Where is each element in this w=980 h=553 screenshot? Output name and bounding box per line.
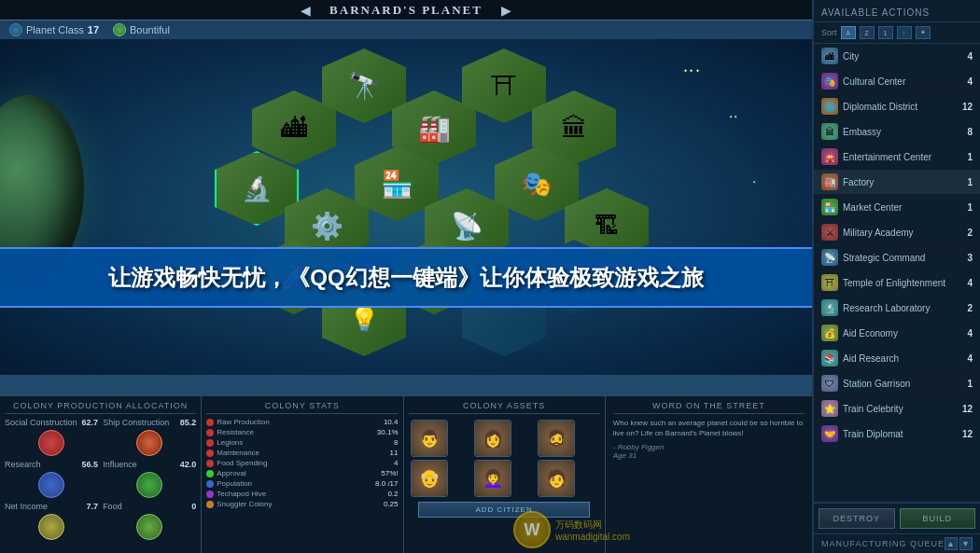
sort-btn-2[interactable]: Z xyxy=(860,26,875,39)
influence-value: 42.0 xyxy=(180,460,197,469)
action-item[interactable]: 🛡 Station Garrison 1 xyxy=(814,371,980,396)
colony-stat-value: 4 xyxy=(394,459,398,467)
words-section: Word on the Street Who knew such an aver… xyxy=(606,396,812,553)
watermark-logo: W xyxy=(513,511,551,548)
action-item[interactable]: ⛩ Temple of Enlightenment 4 xyxy=(814,270,980,296)
game-area: ◀ Barnard's Planet ▶ Planet Class 17 Bou… xyxy=(0,0,812,553)
social-construction-icon xyxy=(38,430,64,456)
build-button[interactable]: Build xyxy=(900,508,976,529)
action-icon: 📚 xyxy=(821,350,838,366)
action-item[interactable]: 🌐 Diplomatic District 12 xyxy=(814,94,980,119)
citizen-portrait-3[interactable]: 🧔 xyxy=(538,420,575,457)
colony-stat-row: Techapod Hive 0.2 xyxy=(206,490,398,498)
action-icon: ⚔ xyxy=(821,224,838,241)
action-item[interactable]: 📚 Aid Research 4 xyxy=(814,346,980,371)
citizen-portrait-2[interactable]: 👩 xyxy=(474,420,511,457)
planet-class-value: 17 xyxy=(88,24,99,35)
social-construction-label: Social Construction xyxy=(5,418,77,427)
sort-btn-5[interactable]: ✦ xyxy=(916,26,931,39)
watermark-text1: 万码数码网 xyxy=(555,518,630,532)
citizen-portrait-6[interactable]: 🧑 xyxy=(538,460,575,497)
action-icon: 📡 xyxy=(821,249,838,266)
action-item[interactable]: 💰 Aid Economy 4 xyxy=(814,321,980,346)
overlay-text: 让游戏畅快无忧，《QQ幻想一键端》让你体验极致游戏之旅 xyxy=(108,263,703,293)
action-count: 1 xyxy=(959,379,973,389)
citizen-portrait-1[interactable]: 👨 xyxy=(411,420,448,457)
colony-stat-value: 11 xyxy=(390,449,399,457)
action-item[interactable]: 🎭 Cultural Center 4 xyxy=(814,69,980,94)
action-icon: 🔬 xyxy=(821,299,838,316)
words-title: Word on the Street xyxy=(613,401,805,414)
action-icon: ⭐ xyxy=(821,400,838,417)
colony-dot xyxy=(206,470,214,477)
words-by: - Robby Figgen xyxy=(613,443,805,451)
action-count: 1 xyxy=(959,177,973,187)
action-count: 4 xyxy=(959,278,973,288)
sort-btn-3[interactable]: 1 xyxy=(878,26,893,39)
citizen-portrait-4[interactable]: 👴 xyxy=(411,460,448,497)
net-income-icon xyxy=(38,514,64,540)
words-text: Who knew such an average planet could be… xyxy=(613,418,805,438)
queue-arrow-up[interactable]: ▲ xyxy=(945,537,958,550)
sort-btn-4[interactable]: ↑ xyxy=(897,26,912,39)
sort-btn-1[interactable]: A xyxy=(841,26,856,39)
action-item[interactable]: 🏭 Factory 1 xyxy=(814,170,980,195)
action-count: 4 xyxy=(959,328,973,339)
action-item[interactable]: 🏙 City 4 xyxy=(814,44,980,69)
colony-stat-label: Techapod Hive xyxy=(217,490,385,498)
queue-arrow-down[interactable]: ▼ xyxy=(959,537,973,550)
planet-bountiful-badge: Bountiful xyxy=(113,23,170,36)
colony-stats-list: Raw Production 10.4 Resistance 30.1% Leg… xyxy=(206,418,398,508)
colony-dot xyxy=(206,480,214,488)
action-icon: 🌐 xyxy=(821,98,838,115)
bottom-panel: Colony Production Allocation Social Cons… xyxy=(0,394,812,553)
action-count: 2 xyxy=(959,303,973,313)
planet-class-label: Planet Class xyxy=(26,24,84,35)
action-icon: 🏪 xyxy=(821,199,838,215)
action-item[interactable]: 📡 Strategic Command 3 xyxy=(814,245,980,270)
action-icon: 🎭 xyxy=(821,73,838,90)
citizen-portrait-5[interactable]: 👩‍🦱 xyxy=(474,460,511,497)
action-item[interactable]: 🏪 Market Center 1 xyxy=(814,195,980,220)
action-buttons: Destroy Build xyxy=(814,502,980,533)
food-label: Food xyxy=(103,502,122,511)
action-item[interactable]: ⭐ Train Celebrity 12 xyxy=(814,396,980,422)
action-name: City xyxy=(843,51,959,62)
bountiful-label: Bountiful xyxy=(130,24,170,35)
action-name: Aid Economy xyxy=(843,328,959,339)
colony-dot xyxy=(206,439,214,447)
top-bar: ◀ Barnard's Planet ▶ xyxy=(0,0,812,21)
action-name: Embassy xyxy=(843,127,959,137)
action-item[interactable]: ⚔ Military Academy 2 xyxy=(814,220,980,245)
action-icon: 🏛 xyxy=(821,123,838,140)
action-count: 3 xyxy=(959,253,973,263)
colony-stat-value: 57%! xyxy=(381,469,398,477)
action-item[interactable]: 🤝 Train Diplomat 12 xyxy=(814,422,980,447)
action-name: Factory xyxy=(843,177,959,187)
prev-arrow[interactable]: ◀ xyxy=(282,3,329,18)
hex-map[interactable]: 🏙 🔭 🏭 ⛩ 🏛 🔬 ⚙️ 🏪 xyxy=(0,39,812,375)
ship-construction-value: 85.2 xyxy=(180,418,197,427)
action-list[interactable]: 🏙 City 4 🎭 Cultural Center 4 🌐 Diplomati… xyxy=(814,44,980,502)
action-item[interactable]: 🔬 Research Laboratory 2 xyxy=(814,296,980,321)
sort-label: Sort xyxy=(821,28,837,37)
colony-stat-row: Maintenance 11 xyxy=(206,449,398,457)
planet-info-bar: Planet Class 17 Bountiful xyxy=(0,21,179,39)
colony-stat-label: Legions xyxy=(217,438,391,447)
net-income-value: 7.7 xyxy=(87,502,99,511)
sort-bar: Sort A Z 1 ↑ ✦ xyxy=(814,22,980,44)
colony-stat-value: 10.4 xyxy=(384,418,399,426)
bountiful-icon xyxy=(113,23,126,36)
action-count: 8 xyxy=(959,127,973,137)
planet-title: Barnard's Planet xyxy=(329,3,483,18)
food-icon xyxy=(136,514,162,540)
next-arrow[interactable]: ▶ xyxy=(483,3,530,18)
net-income-label: Net Income xyxy=(5,502,48,511)
action-item[interactable]: 🏛 Embassy 8 xyxy=(814,119,980,145)
research-value: 56.5 xyxy=(82,460,99,469)
colony-stat-row: Approval 57%! xyxy=(206,469,398,477)
action-count: 1 xyxy=(959,152,973,162)
destroy-button[interactable]: Destroy xyxy=(819,508,895,529)
action-name: Cultural Center xyxy=(843,76,959,87)
action-item[interactable]: 🎪 Entertainment Center 1 xyxy=(814,145,980,170)
